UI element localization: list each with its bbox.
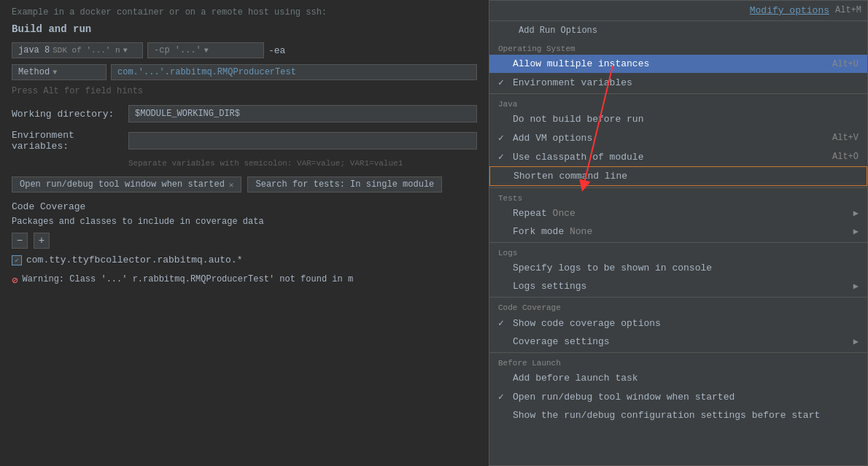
open-debug-window-item[interactable]: ✓ Open run/debug tool window when starte… [489,387,867,406]
main-panel: Example in a docker container or on a re… [0,0,489,466]
tests-section-label: Tests [489,190,867,204]
cp-dropdown[interactable]: -cp '...' ▼ [147,42,264,58]
method-arrow-icon: ▼ [53,69,57,77]
cp-shortcut: Alt+O [832,152,859,162]
logs-arrow-icon: ▶ [853,281,859,292]
working-dir-input[interactable] [128,105,477,123]
java-sdk-row: java 8 SDK of '...' n ▼ -cp '...' ▼ -ea [12,42,477,58]
section-title: Build and run [12,23,477,35]
coverage-item: ✓ com.tty.ttyfbcollector.rabbitmq.auto.* [12,255,477,265]
vm-shortcut: Alt+V [832,133,859,143]
open-debug-window-label: Open run/debug tool window when started [513,392,859,403]
add-coverage-btn[interactable]: + [34,233,50,249]
coverage-checkbox[interactable]: ✓ [12,255,22,265]
divider-5 [489,352,867,353]
search-tests-tag-label: Search for tests: In single module [255,179,434,190]
show-config-item[interactable]: Show the run/debug configuration setting… [489,406,867,424]
shorten-command-label: Shorten command line [514,171,858,182]
warning-text: Warning: Class '...' r.rabbitmq.RMQProdu… [22,274,353,284]
os-section-label: Operating System [489,40,867,55]
dropdown-arrow-icon: ▼ [123,47,128,55]
add-vm-options-item[interactable]: ✓ Add VM options Alt+V [489,128,867,147]
java-sdk-detail: SDK of '...' n [53,46,120,55]
java-sdk-label: java 8 [18,45,50,55]
use-classpath-label: Use classpath of module [513,152,832,163]
menu-section-operating-system: Operating System Allow multiple instance… [489,40,867,92]
env-vars-label: Environment variables: [12,130,128,152]
modify-options-shortcut: Alt+M [835,5,861,16]
coverage-title: Code Coverage [12,201,477,212]
specify-logs-label: Specify logs to be shown in console [513,263,859,273]
menu-section-tests: Tests Repeat Once ▶ Fork mode None ▶ [489,190,867,241]
check-icon-cp: ✓ [498,151,513,163]
remove-coverage-btn[interactable]: − [12,233,28,249]
do-not-build-label: Do not build before run [513,114,859,125]
alt-hint: Press Alt for field hints [12,86,477,96]
method-dropdown[interactable]: Method ▼ [12,64,106,80]
coverage-section-label: Code Coverage [489,299,867,314]
java-sdk-dropdown[interactable]: java 8 SDK of '...' n ▼ [12,42,143,58]
cp-value: -cp '...' [154,45,201,55]
check-icon-coverage: ✓ [498,317,513,329]
check-icon-vm: ✓ [498,132,513,144]
cp-arrow-icon: ▼ [204,47,209,55]
debug-window-tag[interactable]: Open run/debug tool window when started … [12,176,241,193]
method-label: Method [18,67,50,77]
check-icon-debug: ✓ [498,391,513,403]
logs-settings-item[interactable]: Logs settings ▶ [489,277,867,295]
menu-top-bar: Modify options Alt+M [489,1,867,21]
coverage-arrow-icon: ▶ [853,336,859,347]
method-row: Method ▼ com.'...'.rabbitmq.RMQProducerT… [12,64,477,80]
debug-window-tag-close[interactable]: ✕ [229,180,234,190]
repeat-item[interactable]: Repeat Once ▶ [489,204,867,222]
repeat-arrow-icon: ▶ [853,208,859,219]
working-dir-label: Working directory: [12,109,128,120]
use-classpath-item[interactable]: ✓ Use classpath of module Alt+O [489,147,867,166]
coverage-desc: Packages and classes to include in cover… [12,217,477,227]
show-coverage-item[interactable]: ✓ Show code coverage options [489,314,867,333]
divider-4 [489,297,867,298]
class-value: com.'...'.rabbitmq.RMQProducerTest [117,67,296,77]
allow-multiple-instances-item[interactable]: Allow multiple instances Alt+U [489,55,867,73]
shorten-command-line-item[interactable]: Shorten command line [489,166,867,186]
class-field[interactable]: com.'...'.rabbitmq.RMQProducerTest [111,64,477,80]
ea-flag: -ea [268,45,285,56]
allow-multiple-shortcut: Alt+U [832,59,859,69]
env-vars-input[interactable] [128,132,477,149]
env-variables-label: Environment variables [513,77,859,88]
minus-icon: − [17,235,23,246]
env-hint: Separate variables with semicolon: VAR=v… [128,159,477,168]
menu-section-before-launch: Before Launch Add before launch task ✓ O… [489,354,867,424]
breadcrumb-text: Example in a docker container or on a re… [12,7,477,18]
add-run-options[interactable]: Add Run Options [489,21,867,40]
menu-section-coverage: Code Coverage ✓ Show code coverage optio… [489,299,867,351]
show-coverage-label: Show code coverage options [513,318,859,329]
add-before-launch-item[interactable]: Add before launch task [489,369,867,387]
env-vars-row: Environment variables: [12,130,477,152]
search-tests-tag[interactable]: Search for tests: In single module [247,176,442,193]
java-section-label: Java [489,96,867,110]
add-vm-label: Add VM options [513,133,832,144]
coverage-item-label: com.tty.ttyfbcollector.rabbitmq.auto.* [26,255,242,265]
add-before-launch-label: Add before launch task [513,373,859,384]
specify-logs-item[interactable]: Specify logs to be shown in console [489,259,867,277]
fork-mode-item[interactable]: Fork mode None ▶ [489,222,867,241]
warning-row: ⊘ Warning: Class '...' r.rabbitmq.RMQPro… [12,274,477,287]
do-not-build-item[interactable]: Do not build before run [489,110,867,128]
before-launch-label: Before Launch [489,354,867,369]
divider-2 [489,187,867,188]
coverage-settings-label: Coverage settings [513,336,848,347]
modify-options-menu: Modify options Alt+M Add Run Options Ope… [489,0,868,466]
plus-icon: + [39,235,44,246]
warning-icon: ⊘ [12,274,18,287]
env-variables-item[interactable]: ✓ Environment variables [489,73,867,92]
show-config-label: Show the run/debug configuration setting… [513,410,859,421]
logs-section-label: Logs [489,244,867,259]
menu-section-logs: Logs Specify logs to be shown in console… [489,244,867,295]
coverage-settings-item[interactable]: Coverage settings ▶ [489,333,867,351]
modify-options-button[interactable]: Modify options [750,5,829,16]
debug-window-tag-label: Open run/debug tool window when started [20,179,225,190]
menu-section-java: Java Do not build before run ✓ Add VM op… [489,96,867,186]
logs-settings-label: Logs settings [513,281,848,292]
repeat-label: Repeat Once [513,208,848,219]
